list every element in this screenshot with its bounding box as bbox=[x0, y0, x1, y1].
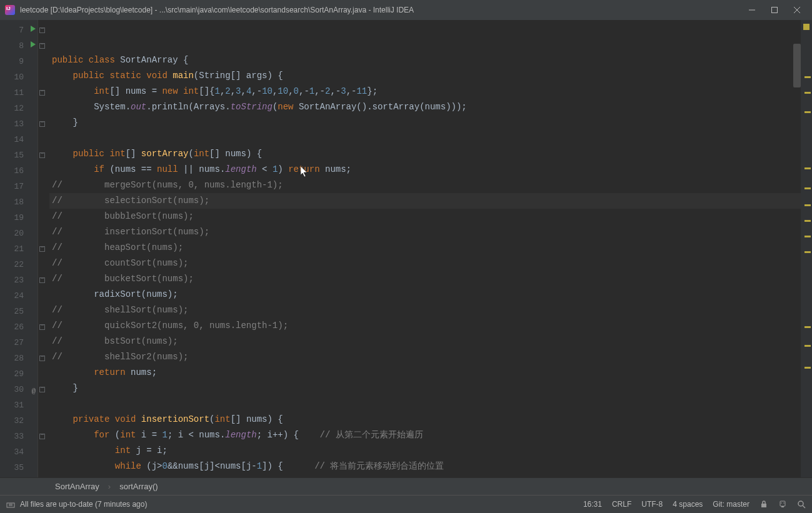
status-icon[interactable] bbox=[6, 500, 15, 509]
code-line[interactable]: } bbox=[49, 381, 801, 396]
warning-marker[interactable] bbox=[804, 345, 811, 347]
warning-marker[interactable] bbox=[804, 367, 811, 369]
line-separator[interactable]: CRLF bbox=[612, 500, 631, 509]
line-number[interactable]: 10 bbox=[0, 69, 38, 85]
code-line[interactable]: swap(nums, j, j: j-1); bbox=[49, 474, 801, 477]
code-line[interactable] bbox=[49, 396, 801, 412]
warning-marker[interactable] bbox=[804, 220, 811, 222]
fold-toggle-icon[interactable] bbox=[39, 387, 45, 392]
breadcrumb-class[interactable]: SortAnArray bbox=[55, 482, 99, 491]
line-number[interactable]: 20 bbox=[0, 226, 38, 241]
line-number[interactable]: 28 bbox=[0, 351, 38, 366]
warning-marker[interactable] bbox=[804, 204, 811, 206]
fold-toggle-icon[interactable] bbox=[39, 152, 45, 158]
line-number[interactable]: 19 bbox=[0, 210, 38, 226]
code-line[interactable]: for (int i = 1; i < nums.length; i++) { … bbox=[49, 427, 801, 443]
inspection-indicator[interactable] bbox=[803, 24, 809, 30]
code-line[interactable]: private void insertionSort(int[] nums) { bbox=[49, 412, 801, 427]
code-line[interactable]: // bubbleSort(nums); bbox=[49, 209, 801, 224]
fold-toggle-icon[interactable] bbox=[39, 43, 45, 49]
breadcrumb-method[interactable]: sortArray() bbox=[119, 482, 158, 491]
code-line[interactable]: radixSort(nums); bbox=[49, 287, 801, 302]
editor[interactable]: 7891011121314151617181920212223242526272… bbox=[0, 20, 812, 477]
line-number[interactable]: 24 bbox=[0, 288, 38, 304]
code-line[interactable]: // shellSort(nums); bbox=[49, 302, 801, 318]
run-icon[interactable] bbox=[31, 41, 36, 47]
line-number[interactable]: 9 bbox=[0, 54, 38, 69]
line-number[interactable]: 32 bbox=[0, 413, 38, 429]
warning-marker[interactable] bbox=[804, 92, 811, 94]
line-number[interactable]: 21 bbox=[0, 241, 38, 257]
code-line[interactable]: // countSort(nums); bbox=[49, 256, 801, 271]
line-number[interactable]: 11 bbox=[0, 85, 38, 101]
code-area[interactable]: public class SortAnArray { public static… bbox=[49, 20, 801, 477]
fold-toggle-icon[interactable] bbox=[39, 121, 45, 127]
ide-icon[interactable] bbox=[778, 500, 787, 509]
titlebar[interactable]: leetcode [D:\IdeaProjects\blog\leetcode]… bbox=[0, 0, 812, 20]
indent-setting[interactable]: 4 spaces bbox=[673, 500, 703, 509]
code-line[interactable]: // shellSor2(nums); bbox=[49, 349, 801, 365]
fold-toggle-icon[interactable] bbox=[39, 434, 45, 439]
line-number[interactable]: 34 bbox=[0, 444, 38, 460]
code-line[interactable]: } bbox=[49, 115, 801, 131]
line-number[interactable]: 13 bbox=[0, 116, 38, 132]
code-line[interactable]: // bstSort(nums); bbox=[49, 334, 801, 349]
fold-toggle-icon[interactable] bbox=[39, 356, 45, 361]
code-line[interactable]: while (j>0&&nums[j]<nums[j-1]) { // 将当前元… bbox=[49, 459, 801, 474]
line-number[interactable]: 22 bbox=[0, 257, 38, 272]
line-number[interactable]: 27 bbox=[0, 335, 38, 351]
fold-toggle-icon[interactable] bbox=[39, 27, 45, 33]
close-button[interactable] bbox=[792, 5, 802, 15]
warning-marker[interactable] bbox=[804, 111, 811, 113]
code-line[interactable]: public static void main(String[] args) { bbox=[49, 68, 801, 84]
line-number[interactable]: 33 bbox=[0, 429, 38, 444]
code-line[interactable]: // bucketSort(nums); bbox=[49, 271, 801, 287]
code-line[interactable]: // insertionSort(nums); bbox=[49, 224, 801, 240]
code-line[interactable]: System.out.println(Arrays.toString(new S… bbox=[49, 99, 801, 115]
line-number[interactable]: 14 bbox=[0, 132, 38, 147]
code-line[interactable]: // heapSort(nums); bbox=[49, 240, 801, 256]
code-line[interactable]: // selectionSort(nums); bbox=[49, 193, 801, 209]
line-number[interactable]: 26 bbox=[0, 319, 38, 335]
line-number[interactable]: 29 bbox=[0, 366, 38, 382]
code-line[interactable] bbox=[49, 131, 801, 146]
line-number[interactable]: 35 bbox=[0, 460, 38, 476]
line-number[interactable]: 25 bbox=[0, 304, 38, 319]
line-number[interactable]: 16 bbox=[0, 163, 38, 179]
search-icon[interactable] bbox=[797, 500, 806, 509]
fold-toggle-icon[interactable] bbox=[39, 90, 45, 96]
fold-toggle-icon[interactable] bbox=[39, 324, 45, 330]
line-number[interactable]: 12 bbox=[0, 101, 38, 116]
line-number[interactable]: 30@ bbox=[0, 382, 38, 397]
vertical-scrollbar[interactable] bbox=[793, 20, 801, 477]
code-line[interactable]: return nums; bbox=[49, 365, 801, 381]
code-line[interactable]: int j = i; bbox=[49, 443, 801, 459]
line-number[interactable]: 17 bbox=[0, 179, 38, 194]
maximize-button[interactable] bbox=[769, 5, 779, 15]
fold-toggle-icon[interactable] bbox=[39, 277, 45, 283]
file-encoding[interactable]: UTF-8 bbox=[641, 500, 663, 509]
run-icon[interactable] bbox=[31, 26, 36, 32]
code-line[interactable]: public int[] sortArray(int[] nums) { bbox=[49, 146, 801, 162]
warning-marker[interactable] bbox=[804, 187, 811, 189]
minimize-button[interactable] bbox=[747, 5, 757, 15]
line-number[interactable]: 18 bbox=[0, 194, 38, 210]
warning-marker[interactable] bbox=[804, 76, 811, 78]
warning-marker[interactable] bbox=[804, 251, 811, 253]
warning-marker[interactable] bbox=[804, 326, 811, 328]
scrollbar-thumb[interactable] bbox=[793, 44, 801, 87]
code-line[interactable]: // mergeSort(nums, 0, nums.length-1); bbox=[49, 177, 801, 193]
warning-marker[interactable] bbox=[804, 236, 811, 237]
fold-toggle-icon[interactable] bbox=[39, 246, 45, 252]
warning-marker[interactable] bbox=[804, 167, 811, 169]
line-number[interactable]: 31 bbox=[0, 397, 38, 413]
line-number[interactable]: 15 bbox=[0, 147, 38, 163]
cursor-position[interactable]: 16:31 bbox=[583, 500, 602, 509]
line-number[interactable]: 8 bbox=[0, 38, 38, 54]
line-number-gutter[interactable]: 7891011121314151617181920212223242526272… bbox=[0, 20, 38, 477]
line-number[interactable]: 7 bbox=[0, 22, 38, 38]
code-line[interactable]: // quickSort2(nums, 0, nums.length-1); bbox=[49, 318, 801, 334]
fold-gutter[interactable] bbox=[38, 20, 49, 477]
line-number[interactable]: 23 bbox=[0, 272, 38, 288]
code-line[interactable]: if (nums == null || nums.length < 1) ret… bbox=[49, 162, 801, 177]
